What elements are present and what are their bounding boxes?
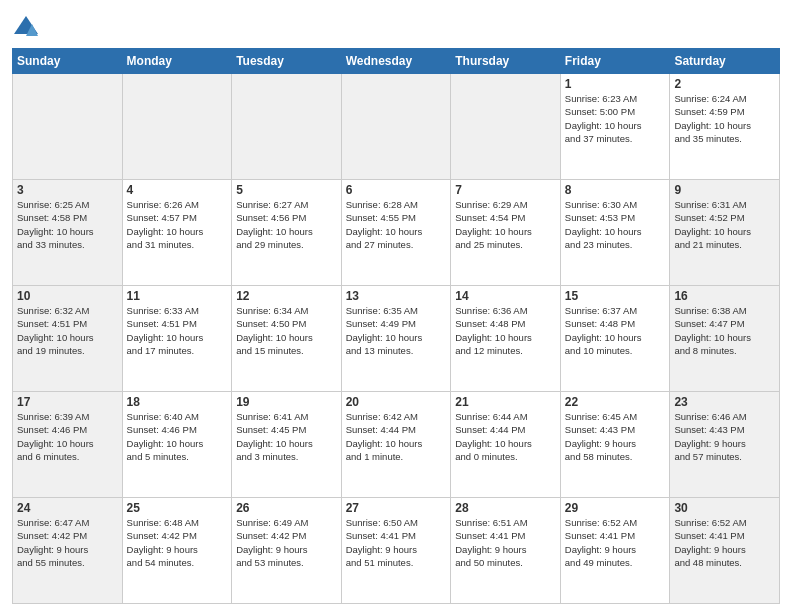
top-section <box>12 10 780 42</box>
weekday-header-wednesday: Wednesday <box>341 49 451 74</box>
day-number: 20 <box>346 395 447 409</box>
day-number: 3 <box>17 183 118 197</box>
weekday-header-friday: Friday <box>560 49 670 74</box>
day-info: Sunrise: 6:49 AM Sunset: 4:42 PM Dayligh… <box>236 516 337 569</box>
calendar-cell <box>122 74 232 180</box>
calendar-cell <box>13 74 123 180</box>
day-number: 23 <box>674 395 775 409</box>
day-info: Sunrise: 6:40 AM Sunset: 4:46 PM Dayligh… <box>127 410 228 463</box>
calendar-cell: 25Sunrise: 6:48 AM Sunset: 4:42 PM Dayli… <box>122 498 232 604</box>
day-number: 2 <box>674 77 775 91</box>
day-number: 15 <box>565 289 666 303</box>
day-number: 14 <box>455 289 556 303</box>
day-number: 28 <box>455 501 556 515</box>
day-info: Sunrise: 6:46 AM Sunset: 4:43 PM Dayligh… <box>674 410 775 463</box>
calendar-cell: 12Sunrise: 6:34 AM Sunset: 4:50 PM Dayli… <box>232 286 342 392</box>
day-info: Sunrise: 6:28 AM Sunset: 4:55 PM Dayligh… <box>346 198 447 251</box>
day-info: Sunrise: 6:24 AM Sunset: 4:59 PM Dayligh… <box>674 92 775 145</box>
day-info: Sunrise: 6:30 AM Sunset: 4:53 PM Dayligh… <box>565 198 666 251</box>
day-info: Sunrise: 6:52 AM Sunset: 4:41 PM Dayligh… <box>674 516 775 569</box>
weekday-header-monday: Monday <box>122 49 232 74</box>
day-number: 17 <box>17 395 118 409</box>
week-row-4: 17Sunrise: 6:39 AM Sunset: 4:46 PM Dayli… <box>13 392 780 498</box>
day-number: 12 <box>236 289 337 303</box>
calendar-cell: 18Sunrise: 6:40 AM Sunset: 4:46 PM Dayli… <box>122 392 232 498</box>
day-info: Sunrise: 6:31 AM Sunset: 4:52 PM Dayligh… <box>674 198 775 251</box>
calendar-cell: 11Sunrise: 6:33 AM Sunset: 4:51 PM Dayli… <box>122 286 232 392</box>
day-info: Sunrise: 6:50 AM Sunset: 4:41 PM Dayligh… <box>346 516 447 569</box>
calendar-cell: 10Sunrise: 6:32 AM Sunset: 4:51 PM Dayli… <box>13 286 123 392</box>
calendar-cell: 26Sunrise: 6:49 AM Sunset: 4:42 PM Dayli… <box>232 498 342 604</box>
day-info: Sunrise: 6:33 AM Sunset: 4:51 PM Dayligh… <box>127 304 228 357</box>
page: SundayMondayTuesdayWednesdayThursdayFrid… <box>0 0 792 612</box>
weekday-header-sunday: Sunday <box>13 49 123 74</box>
calendar-cell: 8Sunrise: 6:30 AM Sunset: 4:53 PM Daylig… <box>560 180 670 286</box>
day-info: Sunrise: 6:42 AM Sunset: 4:44 PM Dayligh… <box>346 410 447 463</box>
calendar-cell: 16Sunrise: 6:38 AM Sunset: 4:47 PM Dayli… <box>670 286 780 392</box>
calendar-cell: 5Sunrise: 6:27 AM Sunset: 4:56 PM Daylig… <box>232 180 342 286</box>
calendar-cell <box>232 74 342 180</box>
calendar-cell: 15Sunrise: 6:37 AM Sunset: 4:48 PM Dayli… <box>560 286 670 392</box>
calendar-cell: 27Sunrise: 6:50 AM Sunset: 4:41 PM Dayli… <box>341 498 451 604</box>
day-info: Sunrise: 6:23 AM Sunset: 5:00 PM Dayligh… <box>565 92 666 145</box>
calendar-cell <box>341 74 451 180</box>
weekday-header-row: SundayMondayTuesdayWednesdayThursdayFrid… <box>13 49 780 74</box>
calendar-cell <box>451 74 561 180</box>
day-info: Sunrise: 6:44 AM Sunset: 4:44 PM Dayligh… <box>455 410 556 463</box>
day-number: 29 <box>565 501 666 515</box>
calendar-cell: 14Sunrise: 6:36 AM Sunset: 4:48 PM Dayli… <box>451 286 561 392</box>
day-info: Sunrise: 6:27 AM Sunset: 4:56 PM Dayligh… <box>236 198 337 251</box>
calendar-cell: 2Sunrise: 6:24 AM Sunset: 4:59 PM Daylig… <box>670 74 780 180</box>
calendar: SundayMondayTuesdayWednesdayThursdayFrid… <box>12 48 780 604</box>
calendar-cell: 9Sunrise: 6:31 AM Sunset: 4:52 PM Daylig… <box>670 180 780 286</box>
calendar-cell: 3Sunrise: 6:25 AM Sunset: 4:58 PM Daylig… <box>13 180 123 286</box>
day-number: 26 <box>236 501 337 515</box>
calendar-cell: 22Sunrise: 6:45 AM Sunset: 4:43 PM Dayli… <box>560 392 670 498</box>
day-info: Sunrise: 6:52 AM Sunset: 4:41 PM Dayligh… <box>565 516 666 569</box>
calendar-cell: 17Sunrise: 6:39 AM Sunset: 4:46 PM Dayli… <box>13 392 123 498</box>
day-number: 4 <box>127 183 228 197</box>
day-number: 25 <box>127 501 228 515</box>
week-row-5: 24Sunrise: 6:47 AM Sunset: 4:42 PM Dayli… <box>13 498 780 604</box>
calendar-cell: 24Sunrise: 6:47 AM Sunset: 4:42 PM Dayli… <box>13 498 123 604</box>
day-number: 13 <box>346 289 447 303</box>
day-info: Sunrise: 6:41 AM Sunset: 4:45 PM Dayligh… <box>236 410 337 463</box>
day-number: 16 <box>674 289 775 303</box>
calendar-cell: 19Sunrise: 6:41 AM Sunset: 4:45 PM Dayli… <box>232 392 342 498</box>
calendar-cell: 23Sunrise: 6:46 AM Sunset: 4:43 PM Dayli… <box>670 392 780 498</box>
day-info: Sunrise: 6:36 AM Sunset: 4:48 PM Dayligh… <box>455 304 556 357</box>
calendar-cell: 6Sunrise: 6:28 AM Sunset: 4:55 PM Daylig… <box>341 180 451 286</box>
week-row-1: 1Sunrise: 6:23 AM Sunset: 5:00 PM Daylig… <box>13 74 780 180</box>
calendar-cell: 21Sunrise: 6:44 AM Sunset: 4:44 PM Dayli… <box>451 392 561 498</box>
calendar-cell: 20Sunrise: 6:42 AM Sunset: 4:44 PM Dayli… <box>341 392 451 498</box>
logo <box>12 14 43 42</box>
day-number: 27 <box>346 501 447 515</box>
day-info: Sunrise: 6:32 AM Sunset: 4:51 PM Dayligh… <box>17 304 118 357</box>
day-number: 1 <box>565 77 666 91</box>
day-info: Sunrise: 6:45 AM Sunset: 4:43 PM Dayligh… <box>565 410 666 463</box>
calendar-cell: 4Sunrise: 6:26 AM Sunset: 4:57 PM Daylig… <box>122 180 232 286</box>
day-number: 10 <box>17 289 118 303</box>
day-info: Sunrise: 6:25 AM Sunset: 4:58 PM Dayligh… <box>17 198 118 251</box>
week-row-2: 3Sunrise: 6:25 AM Sunset: 4:58 PM Daylig… <box>13 180 780 286</box>
day-number: 9 <box>674 183 775 197</box>
logo-icon <box>12 14 40 42</box>
day-info: Sunrise: 6:26 AM Sunset: 4:57 PM Dayligh… <box>127 198 228 251</box>
weekday-header-saturday: Saturday <box>670 49 780 74</box>
calendar-cell: 1Sunrise: 6:23 AM Sunset: 5:00 PM Daylig… <box>560 74 670 180</box>
weekday-header-tuesday: Tuesday <box>232 49 342 74</box>
day-number: 6 <box>346 183 447 197</box>
calendar-cell: 7Sunrise: 6:29 AM Sunset: 4:54 PM Daylig… <box>451 180 561 286</box>
day-number: 5 <box>236 183 337 197</box>
day-number: 7 <box>455 183 556 197</box>
day-number: 19 <box>236 395 337 409</box>
day-number: 22 <box>565 395 666 409</box>
day-info: Sunrise: 6:35 AM Sunset: 4:49 PM Dayligh… <box>346 304 447 357</box>
day-info: Sunrise: 6:37 AM Sunset: 4:48 PM Dayligh… <box>565 304 666 357</box>
day-number: 21 <box>455 395 556 409</box>
day-number: 8 <box>565 183 666 197</box>
day-number: 11 <box>127 289 228 303</box>
day-info: Sunrise: 6:48 AM Sunset: 4:42 PM Dayligh… <box>127 516 228 569</box>
calendar-cell: 13Sunrise: 6:35 AM Sunset: 4:49 PM Dayli… <box>341 286 451 392</box>
day-number: 30 <box>674 501 775 515</box>
